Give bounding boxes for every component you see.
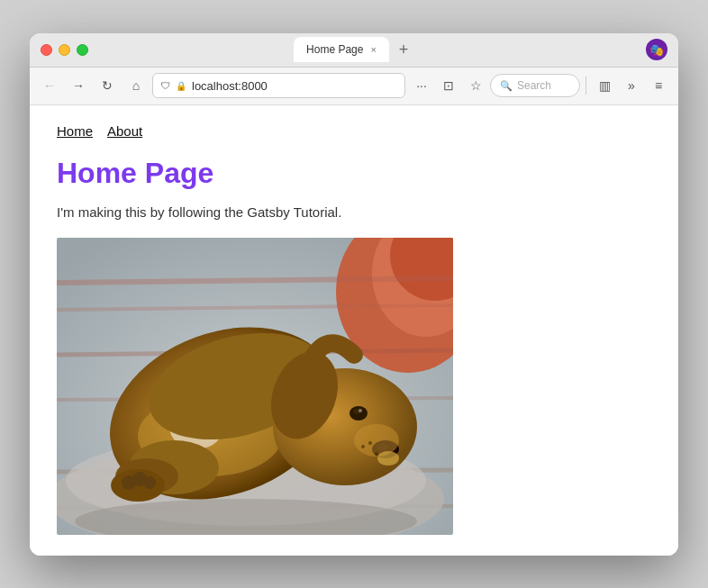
url-bar[interactable]: 🛡 🔒 localhost:8000: [152, 73, 405, 98]
title-bar: Home Page × + 🎭: [30, 33, 678, 68]
lock-icon: 🔒: [176, 81, 186, 91]
security-icon: 🛡: [160, 80, 170, 91]
svg-point-26: [361, 445, 365, 448]
pocket-icon: ⊡: [443, 78, 454, 93]
page-description: I'm making this by following the Gatsby …: [57, 204, 651, 220]
more-icon: ···: [416, 78, 427, 93]
tab-title: Home Page: [306, 43, 363, 56]
toolbar-right: ··· ⊡ ☆ 🔍 Search ▥ » ≡: [409, 73, 671, 98]
profile-icon[interactable]: 🎭: [646, 39, 667, 60]
close-button[interactable]: [41, 44, 52, 56]
tab-bar: Home Page × +: [294, 37, 414, 62]
svg-point-25: [368, 441, 372, 445]
forward-button[interactable]: →: [66, 73, 91, 98]
toolbar-divider: [585, 77, 586, 95]
tab-close-icon[interactable]: ×: [370, 44, 376, 55]
svg-point-24: [377, 451, 399, 466]
star-icon: ☆: [470, 78, 482, 93]
forward-icon: →: [72, 78, 85, 93]
svg-point-20: [359, 409, 362, 412]
search-bar[interactable]: 🔍 Search: [490, 74, 580, 97]
back-icon: ←: [43, 78, 56, 93]
about-nav-link[interactable]: About: [107, 123, 142, 139]
search-icon: 🔍: [500, 80, 513, 92]
pocket-button[interactable]: ⊡: [436, 73, 461, 98]
hamburger-icon: ≡: [655, 78, 662, 93]
home-nav-link[interactable]: Home: [57, 123, 93, 139]
dog-image-container: [57, 238, 453, 535]
collections-icon: ▥: [599, 78, 611, 93]
page-heading: Home Page: [57, 157, 651, 190]
url-text: localhost:8000: [192, 79, 268, 93]
overflow-icon: »: [628, 78, 635, 93]
new-tab-button[interactable]: +: [393, 39, 414, 60]
maximize-button[interactable]: [77, 44, 88, 56]
bookmark-button[interactable]: ☆: [463, 73, 488, 98]
browser-window: Home Page × + 🎭 ← → ↻ ⌂ 🛡 🔒 localhost:80: [30, 33, 678, 556]
reload-button[interactable]: ↻: [95, 73, 120, 98]
svg-point-33: [143, 476, 156, 489]
overflow-button[interactable]: »: [619, 73, 644, 98]
profile-mask-icon: 🎭: [649, 43, 664, 57]
back-button[interactable]: ←: [37, 73, 62, 98]
search-placeholder: Search: [517, 79, 551, 92]
svg-point-27: [375, 452, 378, 456]
collections-button[interactable]: ▥: [592, 73, 617, 98]
page-content: Home About Home Page I'm making this by …: [30, 105, 678, 556]
more-button[interactable]: ···: [409, 73, 434, 98]
dog-image: [57, 238, 453, 535]
site-nav: Home About: [57, 123, 651, 139]
traffic-lights: [41, 44, 88, 56]
active-tab[interactable]: Home Page ×: [294, 37, 389, 62]
menu-button[interactable]: ≡: [646, 73, 671, 98]
home-icon: ⌂: [132, 78, 140, 93]
address-bar: ← → ↻ ⌂ 🛡 🔒 localhost:8000 ··· ⊡ ☆: [30, 68, 678, 105]
dog-illustration: [57, 238, 453, 535]
reload-icon: ↻: [102, 78, 113, 93]
minimize-button[interactable]: [59, 44, 70, 56]
home-button[interactable]: ⌂: [123, 73, 149, 98]
